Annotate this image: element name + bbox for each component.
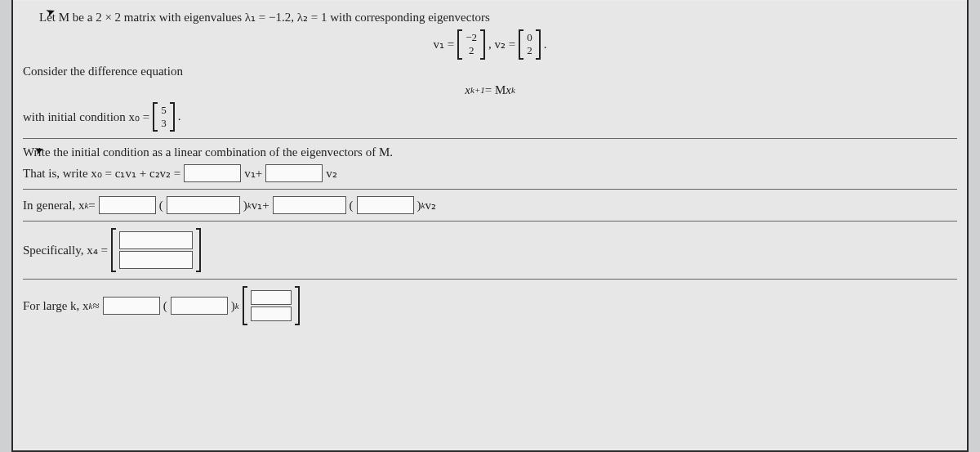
linear-combo-row: That is, write x₀ = c₁v₁ + c₂v₂ = v₁+ v₂ <box>23 164 957 182</box>
for-large-row: For large k, xk ≈ ( )k <box>23 286 957 325</box>
specifically-row: Specifically, x₄ = <box>23 228 957 272</box>
large-vec-top-input[interactable] <box>251 290 292 305</box>
separator <box>23 221 957 222</box>
initial-condition: with initial condition x₀ = 53 . <box>23 102 957 132</box>
write-initial-text: Write the initial condition as a linear … <box>23 145 957 159</box>
separator <box>23 138 957 139</box>
intro-text: Let M be a 2 × 2 matrix with eigenvalues… <box>39 10 957 25</box>
base2-input[interactable] <box>357 196 414 214</box>
x4-bot-input[interactable] <box>119 251 193 269</box>
separator <box>23 189 957 190</box>
coef2-input[interactable] <box>273 196 346 214</box>
large-base-input[interactable] <box>171 297 228 315</box>
recurrence: xk+1 = Mxk <box>23 83 957 97</box>
consider-text: Consider the difference equation <box>23 65 957 78</box>
c1-input[interactable] <box>184 164 241 182</box>
large-vec-bot-input[interactable] <box>251 307 292 321</box>
c2-input[interactable] <box>265 164 323 182</box>
base1-input[interactable] <box>167 196 240 214</box>
general-xk-row: In general, xk = ( )k v₁+ ( )k v₂ <box>23 196 957 214</box>
coef1-input[interactable] <box>99 196 156 214</box>
x4-top-input[interactable] <box>119 231 193 249</box>
separator <box>23 279 957 280</box>
eigenvector-display: v₁ = −22 , v₂ = 02 . <box>23 29 957 60</box>
large-coef-input[interactable] <box>103 297 160 315</box>
